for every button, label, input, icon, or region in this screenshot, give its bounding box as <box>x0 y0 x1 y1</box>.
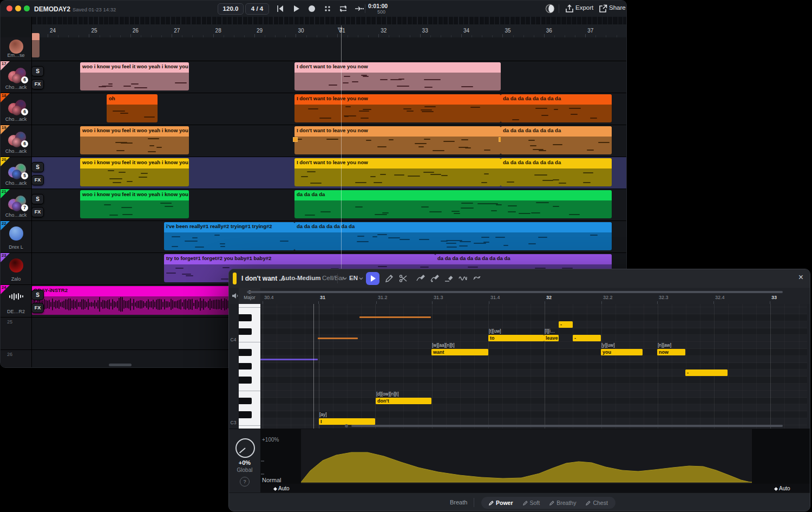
close-window-icon[interactable] <box>6 5 12 11</box>
piano-key-A#3[interactable] <box>239 349 260 356</box>
clip[interactable]: I don't want to leave you now <box>294 158 501 186</box>
editor-playhead-line[interactable] <box>313 304 314 429</box>
clip-fragment[interactable] <box>31 33 40 57</box>
track-header-25[interactable]: 25 <box>1 317 31 350</box>
track-header-24[interactable]: 24DE…R2 <box>1 285 31 317</box>
pencil-tool[interactable] <box>384 274 394 283</box>
black-key[interactable] <box>239 314 252 321</box>
track-header-21[interactable]: 217Cho…ack <box>1 189 31 221</box>
piano-key-C#3[interactable] <box>239 411 260 418</box>
black-key[interactable] <box>239 411 252 418</box>
time-signature-display[interactable]: 4 / 4 <box>245 3 269 15</box>
piano-key-D#3[interactable] <box>239 398 260 405</box>
skip-start-icon[interactable] <box>276 4 285 14</box>
fx-button[interactable]: FX <box>31 207 44 217</box>
beat-ruler[interactable]: 30.43131.231.331.43232.232.332.433 <box>229 288 810 304</box>
fx-button[interactable]: FX <box>31 175 44 185</box>
loop-icon[interactable] <box>338 4 348 14</box>
clip[interactable]: woo i know you feel it woo yeah i know y… <box>80 126 189 154</box>
black-key[interactable] <box>239 377 252 384</box>
lyric-note[interactable]: - <box>559 321 573 328</box>
user-avatar[interactable] <box>545 4 555 14</box>
piano-key-G#3[interactable] <box>239 363 260 370</box>
clip-left-handle[interactable] <box>293 137 298 142</box>
clip[interactable]: i've been really#1 really#2 trying#1 try… <box>164 222 294 250</box>
breath-option-power[interactable]: Power <box>489 500 513 506</box>
export-button[interactable]: Export <box>575 4 593 11</box>
clip[interactable]: oh <box>107 94 158 122</box>
minimize-window-icon[interactable] <box>15 5 21 11</box>
breath-option-soft[interactable]: Soft <box>523 500 540 506</box>
black-key[interactable] <box>239 363 252 370</box>
track-header-17[interactable]: 176Cho…ack <box>1 61 31 93</box>
pitch-erase-tool[interactable] <box>444 274 454 283</box>
piano-key-D4[interactable] <box>239 321 260 328</box>
clip[interactable]: da da da da da da da da <box>501 158 612 186</box>
share-button[interactable]: Share <box>609 4 626 11</box>
clip[interactable]: da da da da <box>294 190 612 218</box>
bar-ruler[interactable]: 242526272829303132333435363738 <box>31 24 627 38</box>
lyric-note[interactable]: want <box>431 349 488 355</box>
note-grid[interactable]: [ay]I[d][ow][n][t]don't[w][aa][n][t]want… <box>260 304 807 429</box>
clip[interactable]: I don't want to leave you now <box>294 126 501 154</box>
track-header-19[interactable]: 196Cho…ack <box>1 125 31 157</box>
black-key[interactable] <box>239 349 252 356</box>
lyric-note[interactable]: - <box>573 335 601 341</box>
piano-key-F#3[interactable] <box>239 377 260 384</box>
fx-button[interactable]: FX <box>31 79 44 89</box>
black-key[interactable] <box>239 398 252 405</box>
arrangement-hscrollbar[interactable] <box>109 364 132 366</box>
lyric-note[interactable]: you <box>601 349 643 355</box>
jump-to-playhead-icon[interactable] <box>354 4 364 14</box>
clip[interactable]: da da da da da da da da <box>501 126 612 154</box>
piano-key-C#4[interactable] <box>239 328 260 335</box>
piano-key-E4[interactable] <box>239 307 260 314</box>
clip[interactable]: da da da da da da da da <box>501 94 612 122</box>
lyric-note[interactable]: - <box>685 370 728 376</box>
dot-grid-icon[interactable] <box>323 4 332 14</box>
piano-key-G3[interactable] <box>239 370 260 377</box>
track-header-20[interactable]: 205Cho…ack <box>1 157 31 189</box>
close-icon[interactable]: × <box>798 273 803 282</box>
auto-badge-left[interactable]: Auto <box>274 485 290 491</box>
solo-button[interactable]: S <box>31 194 44 204</box>
track-header-26[interactable]: 26 <box>1 350 31 368</box>
pointer-play-tool[interactable] <box>366 272 379 285</box>
zoom-window-icon[interactable] <box>24 5 30 11</box>
piano-key-B3[interactable] <box>239 342 260 349</box>
piano-key-E3[interactable] <box>239 391 260 398</box>
vibrato-wave-tool[interactable] <box>458 274 468 283</box>
pitch-draw-tool[interactable] <box>416 274 425 283</box>
lyric-note[interactable]: leave <box>544 335 559 341</box>
grid-mode-select[interactable]: Cell/Bar <box>322 275 344 281</box>
piano-key-A3[interactable] <box>239 356 260 363</box>
scissors-tool[interactable] <box>398 274 408 283</box>
fx-button[interactable]: FX <box>31 303 44 313</box>
editor-bottom-scrollbar[interactable] <box>351 425 783 427</box>
lyric-note[interactable]: to <box>488 335 544 341</box>
help-icon[interactable]: ? <box>240 477 250 487</box>
pitch-anchor-tool[interactable] <box>430 274 440 283</box>
piano-key-D#4[interactable] <box>239 314 260 321</box>
clip[interactable]: da da da da da da da da <box>294 222 612 250</box>
auto-badge-right[interactable]: Auto <box>775 485 790 491</box>
clip[interactable]: I don't want to leave you now <box>294 62 501 90</box>
clip[interactable]: woo i know you feel it woo yeah i know y… <box>80 158 189 186</box>
vibrato-shape-tool[interactable] <box>472 274 482 283</box>
solo-button[interactable]: S <box>31 162 44 172</box>
play-icon[interactable] <box>291 4 301 14</box>
track-header-23[interactable]: 23Zalo <box>1 253 31 285</box>
language-select[interactable]: EN <box>349 275 358 281</box>
solo-button[interactable]: S <box>31 66 44 76</box>
global-knob[interactable] <box>235 438 256 458</box>
track-header-22[interactable]: 22Drex L <box>1 221 31 253</box>
record-icon[interactable] <box>307 4 317 14</box>
lyric-note[interactable]: now <box>657 349 685 355</box>
parameter-group-label[interactable]: Breath <box>450 499 467 505</box>
breath-option-chest[interactable]: Chest <box>586 500 607 506</box>
piano-keyboard[interactable] <box>239 304 260 429</box>
track-header-18[interactable]: 186Cho…ack <box>1 93 31 125</box>
piano-key-C4[interactable] <box>239 335 260 342</box>
phoneme-mode-select[interactable]: Auto-Medium <box>281 275 320 281</box>
clip[interactable]: I don't want to leave you now <box>294 94 501 122</box>
